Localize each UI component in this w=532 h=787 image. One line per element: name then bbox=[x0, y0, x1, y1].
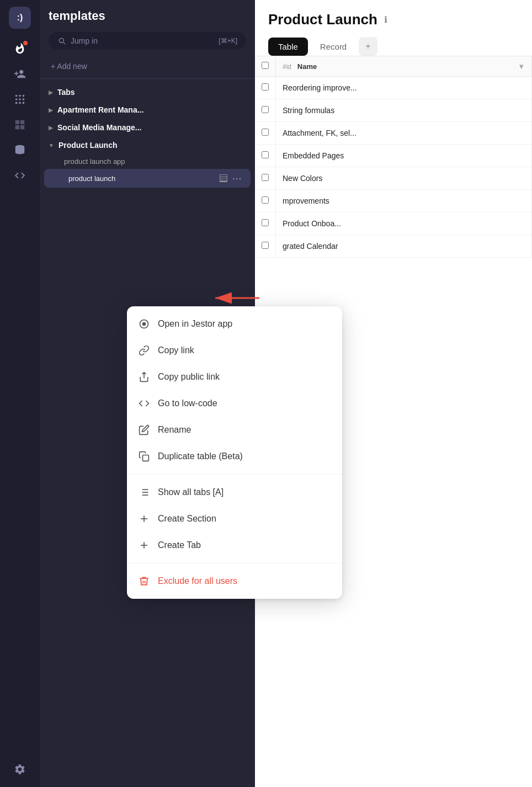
menu-item-label: Show all tabs [A] bbox=[158, 487, 224, 497]
arrow-right-icon: ▶ bbox=[49, 125, 53, 131]
menu-item-label: Rename bbox=[158, 425, 191, 435]
select-all-checkbox[interactable] bbox=[262, 62, 269, 69]
search-bar[interactable]: Jump in [⌘+K] bbox=[49, 32, 246, 50]
menu-item-duplicate[interactable]: Duplicate table (Beta) bbox=[127, 443, 342, 470]
user-plus-icon[interactable] bbox=[9, 63, 31, 85]
jestor-icon bbox=[138, 318, 150, 330]
sidebar-item-product-launch[interactable]: ▼ Product Launch bbox=[40, 136, 255, 154]
name-column-header: #id Name ▼ bbox=[276, 56, 532, 77]
pencil-icon bbox=[138, 424, 150, 436]
info-icon[interactable]: ℹ bbox=[384, 14, 387, 25]
table-row[interactable]: Embedded Pages bbox=[255, 145, 532, 167]
menu-item-label: Open in Jestor app bbox=[158, 319, 232, 329]
arrow-down-icon: ▼ bbox=[49, 142, 54, 148]
row-name: Attachment, FK, sel... bbox=[276, 122, 532, 145]
add-tab-button[interactable]: + bbox=[359, 37, 377, 56]
menu-item-create-tab[interactable]: Create Tab bbox=[127, 532, 342, 559]
select-all-header[interactable] bbox=[255, 56, 276, 77]
table-row[interactable]: Reordering improve... bbox=[255, 77, 532, 99]
row-checkbox[interactable] bbox=[262, 174, 269, 181]
table-row[interactable]: New Colors bbox=[255, 167, 532, 190]
row-checkbox[interactable] bbox=[262, 196, 269, 204]
table-actions: ⋯ bbox=[219, 172, 242, 184]
row-checkbox[interactable] bbox=[262, 83, 269, 91]
row-checkbox[interactable] bbox=[262, 151, 269, 158]
menu-item-show-tabs[interactable]: Show all tabs [A] bbox=[127, 479, 342, 506]
tab-record[interactable]: Record bbox=[310, 38, 357, 56]
menu-item-label: Duplicate table (Beta) bbox=[158, 451, 243, 461]
plus-icon bbox=[138, 539, 150, 551]
menu-item-exclude[interactable]: Exclude for all users bbox=[127, 568, 342, 594]
table-row[interactable]: Product Onboa... bbox=[255, 212, 532, 235]
tab-table[interactable]: Table bbox=[268, 38, 308, 56]
svg-point-4 bbox=[19, 98, 21, 100]
svg-rect-13 bbox=[143, 455, 149, 461]
gear-icon[interactable] bbox=[9, 758, 31, 780]
row-checkbox[interactable] bbox=[262, 219, 269, 226]
database-icon[interactable] bbox=[9, 139, 31, 161]
dots-grid-icon[interactable] bbox=[9, 88, 31, 110]
svg-point-6 bbox=[15, 102, 18, 104]
svg-point-5 bbox=[23, 98, 25, 100]
svg-point-11 bbox=[142, 322, 146, 326]
arrow-right-icon: ▶ bbox=[49, 107, 53, 113]
context-menu: Open in Jestor app Copy link Copy public… bbox=[127, 306, 342, 599]
sidebar-title: templates bbox=[40, 9, 255, 32]
menu-item-label: Create Tab bbox=[158, 540, 201, 550]
menu-item-copy-public-link[interactable]: Copy public link bbox=[127, 364, 342, 390]
arrow-right-icon: ▶ bbox=[49, 89, 53, 95]
icon-rail: :) bbox=[0, 0, 40, 787]
menu-item-copy-link[interactable]: Copy link bbox=[127, 337, 342, 364]
code-brackets-icon[interactable] bbox=[9, 164, 31, 187]
row-name: mprovements bbox=[276, 190, 532, 212]
menu-item-open-jestor[interactable]: Open in Jestor app bbox=[127, 311, 342, 337]
context-menu-section-3: Exclude for all users bbox=[127, 563, 342, 599]
table-row[interactable]: mprovements bbox=[255, 190, 532, 212]
table-row[interactable]: Attachment, FK, sel... bbox=[255, 122, 532, 145]
row-name: Embedded Pages bbox=[276, 145, 532, 167]
avatar[interactable]: :) bbox=[9, 7, 31, 29]
context-menu-section-1: Open in Jestor app Copy link Copy public… bbox=[127, 306, 342, 474]
view-tabs: Table Record + bbox=[268, 37, 519, 56]
flame-icon[interactable] bbox=[9, 38, 31, 60]
grid-plus-icon[interactable] bbox=[9, 114, 31, 136]
svg-point-1 bbox=[19, 95, 21, 97]
menu-item-label: Go to low-code bbox=[158, 398, 217, 408]
arrow-annotation bbox=[204, 287, 270, 311]
menu-item-create-section[interactable]: Create Section bbox=[127, 506, 342, 532]
menu-item-go-low-code[interactable]: Go to low-code bbox=[127, 390, 342, 417]
row-name: String formulas bbox=[276, 99, 532, 122]
duplicate-icon bbox=[138, 450, 150, 462]
menu-item-label: Copy public link bbox=[158, 372, 220, 382]
sort-icon[interactable]: ▼ bbox=[518, 62, 525, 71]
add-new-button[interactable]: + Add new bbox=[40, 59, 255, 74]
row-checkbox[interactable] bbox=[262, 242, 269, 249]
sidebar-sub-app[interactable]: product launch app bbox=[40, 154, 255, 169]
data-table: #id Name ▼ Reordering improve... String … bbox=[255, 56, 532, 258]
svg-point-8 bbox=[23, 102, 25, 104]
trash-icon bbox=[138, 575, 150, 587]
svg-point-0 bbox=[15, 95, 18, 97]
notification-dot bbox=[23, 41, 28, 45]
svg-point-3 bbox=[15, 98, 18, 100]
row-name: Product Onboa... bbox=[276, 212, 532, 235]
menu-item-label: Create Section bbox=[158, 514, 216, 524]
sidebar-item-apartment[interactable]: ▶ Apartment Rent Mana... bbox=[40, 101, 255, 119]
row-checkbox[interactable] bbox=[262, 129, 269, 136]
row-checkbox[interactable] bbox=[262, 106, 269, 113]
table-row[interactable]: grated Calendar bbox=[255, 235, 532, 258]
row-name: grated Calendar bbox=[276, 235, 532, 258]
sidebar-item-label: Product Launch bbox=[58, 141, 118, 150]
menu-item-label: Copy link bbox=[158, 345, 194, 355]
page-title: Product Launch bbox=[268, 11, 377, 28]
plus-circle-icon bbox=[138, 513, 150, 525]
sidebar-sub-table-active[interactable]: product launch ⋯ bbox=[44, 169, 251, 188]
sidebar-item-label: Social Media Manage... bbox=[57, 123, 142, 132]
table-row[interactable]: String formulas bbox=[255, 99, 532, 122]
sidebar-item-label: Apartment Rent Mana... bbox=[57, 105, 143, 114]
menu-item-rename[interactable]: Rename bbox=[127, 417, 342, 443]
sidebar-item-social[interactable]: ▶ Social Media Manage... bbox=[40, 119, 255, 136]
sidebar-item-label: Tabs bbox=[57, 88, 75, 97]
more-icon[interactable]: ⋯ bbox=[232, 172, 242, 184]
sidebar-item-tabs[interactable]: ▶ Tabs bbox=[40, 83, 255, 101]
